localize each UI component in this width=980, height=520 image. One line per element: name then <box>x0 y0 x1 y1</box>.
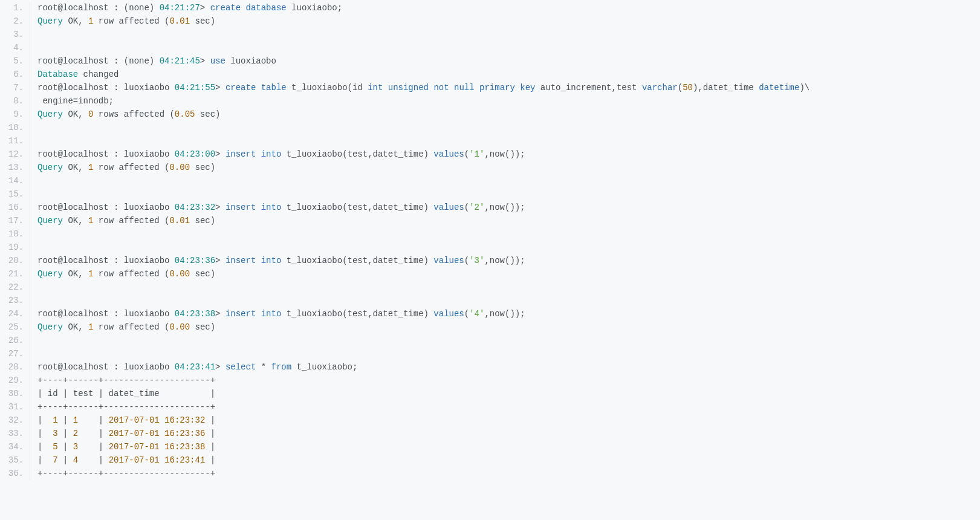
code-token: into <box>261 309 282 319</box>
code-token: OK, <box>63 216 88 226</box>
line-number: 14 <box>0 174 24 187</box>
code-token: 04:23:36 <box>175 256 215 265</box>
line-number: 19 <box>0 241 24 254</box>
code-token: 2017-07-01 16:23:36 <box>109 429 206 438</box>
code-line: | id | test | datet_time | <box>37 387 980 400</box>
line-number: 23 <box>0 294 24 307</box>
code-token: sec) <box>190 322 215 332</box>
line-number: 2 <box>0 15 24 28</box>
code-token: > <box>215 83 226 93</box>
code-line: | 5 | 3 | 2017-07-01 16:23:38 | <box>37 440 980 453</box>
code-token: auto_increment,test <box>535 83 641 93</box>
code-token: | <box>205 455 215 465</box>
code-token: 50 <box>683 83 693 93</box>
code-line: +----+------+---------------------+ <box>37 400 980 414</box>
code-token: 3 <box>73 442 78 452</box>
code-token: t_luoxiaobo(test,datet_time) <box>281 203 433 212</box>
code-token: ,now()); <box>484 309 525 319</box>
code-token: root@localhost : luoxiaobo <box>37 362 175 372</box>
code-token: 0.00 <box>169 322 190 332</box>
code-token: t_luoxiaobo(test,datet_time) <box>281 149 433 159</box>
code-token: | <box>205 415 215 425</box>
code-token: 04:21:27 <box>160 3 200 13</box>
code-line: root@localhost : (none) 04:21:27> create… <box>37 1 980 15</box>
code-line: Query OK, 1 row affected (0.01 sec) <box>37 214 980 227</box>
code-token <box>256 203 261 212</box>
code-token: '4' <box>469 309 484 319</box>
code-token: sec) <box>190 16 215 26</box>
code-token: 2017-07-01 16:23:38 <box>109 442 206 452</box>
line-number: 21 <box>0 267 24 281</box>
code-token: 04:21:55 <box>175 83 215 93</box>
code-token: Query <box>37 16 63 26</box>
line-number: 24 <box>0 307 24 320</box>
code-token: 1 <box>53 415 57 425</box>
line-number: 27 <box>0 347 24 360</box>
line-number: 1 <box>0 1 24 15</box>
code-token: from <box>271 362 292 372</box>
code-token: root@localhost : luoxiaobo <box>37 309 175 319</box>
code-token <box>475 83 479 93</box>
code-line: Query OK, 1 row affected (0.01 sec) <box>37 15 980 28</box>
code-token: ),datet_time <box>693 83 759 93</box>
code-token: values <box>433 203 464 212</box>
code-token <box>256 309 261 319</box>
code-token: table <box>261 83 287 93</box>
line-number: 15 <box>0 187 24 201</box>
code-token <box>256 256 261 265</box>
code-token: +----+------+---------------------+ <box>37 375 215 385</box>
code-token: Database <box>37 70 78 79</box>
code-line: root@localhost : luoxiaobo 04:23:32> ins… <box>37 201 980 214</box>
code-token: ,now()); <box>484 203 525 212</box>
code-token: OK, <box>63 16 88 26</box>
line-number: 31 <box>0 400 24 414</box>
code-token: unsigned <box>388 83 429 93</box>
code-token: root@localhost : (none) <box>37 56 160 66</box>
code-token: 04:23:00 <box>175 149 215 159</box>
code-token: not <box>433 83 449 93</box>
code-token: t_luoxiaobo(test,datet_time) <box>281 309 433 319</box>
code-line <box>37 187 980 201</box>
line-number: 4 <box>0 41 24 54</box>
code-token: row affected ( <box>93 269 169 279</box>
code-token: t_luoxiaobo(id <box>287 83 368 93</box>
code-token: values <box>433 309 464 319</box>
code-token: | <box>78 429 108 438</box>
code-token: 04:21:45 <box>160 56 200 66</box>
code-token <box>449 83 454 93</box>
code-token: sec) <box>190 163 215 172</box>
code-token: | <box>58 415 73 425</box>
code-token: root@localhost : luoxiaobo <box>37 256 175 265</box>
code-token: 4 <box>73 455 78 465</box>
code-token: 04:23:38 <box>175 309 215 319</box>
code-line: +----+------+---------------------+ <box>37 374 980 387</box>
code-line: | 7 | 4 | 2017-07-01 16:23:41 | <box>37 453 980 467</box>
code-token: 2017-07-01 16:23:32 <box>109 415 206 425</box>
code-token: 0.01 <box>169 216 190 226</box>
code-line: root@localhost : luoxiaobo 04:21:55> cre… <box>37 81 980 94</box>
line-number: 29 <box>0 374 24 387</box>
code-token: null <box>454 83 475 93</box>
code-token: changed <box>78 70 118 79</box>
code-line: +----+------+---------------------+ <box>37 467 980 480</box>
code-token: 04:23:32 <box>175 203 215 212</box>
code-token: sec) <box>190 269 215 279</box>
code-token: 5 <box>53 442 57 452</box>
code-token: | <box>58 442 73 452</box>
line-number: 17 <box>0 214 24 227</box>
code-token: root@localhost : luoxiaobo <box>37 83 175 93</box>
code-token: | <box>37 429 53 438</box>
code-token: )\ <box>799 83 810 93</box>
code-content[interactable]: root@localhost : (none) 04:21:27> create… <box>30 1 980 480</box>
code-token: 3 <box>53 429 57 438</box>
code-token: > <box>215 362 226 372</box>
code-line <box>37 134 980 148</box>
code-token: | <box>78 442 108 452</box>
line-number: 36 <box>0 467 24 480</box>
code-line: root@localhost : (none) 04:21:45> use lu… <box>37 54 980 68</box>
code-token: ( <box>464 203 469 212</box>
code-token: use <box>210 56 226 66</box>
code-token: luoxiaobo <box>226 56 276 66</box>
code-token: values <box>433 149 464 159</box>
code-token: > <box>200 56 210 66</box>
